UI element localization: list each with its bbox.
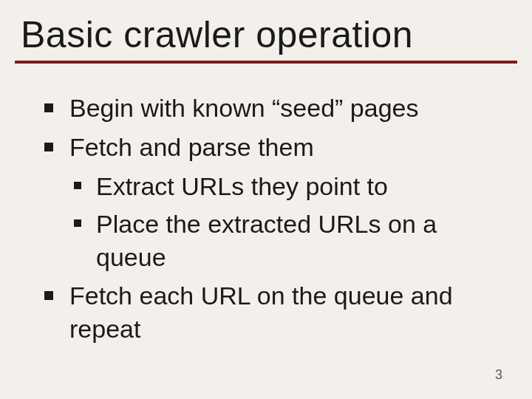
square-bullet-icon [74, 219, 81, 227]
bullet-text: Extract URLs they point to [96, 172, 388, 200]
square-bullet-icon [44, 103, 53, 112]
slide-body: Begin with known “seed” pages Fetch and … [0, 64, 532, 346]
bullet-level1: Fetch and parse them [44, 131, 502, 164]
bullet-level2: Place the extracted URLs on a queue [74, 208, 502, 274]
bullet-text: Begin with known “seed” pages [69, 94, 419, 122]
square-bullet-icon [74, 182, 81, 189]
slide: Basic crawler operation Begin with known… [0, 0, 532, 399]
bullet-text: Place the extracted URLs on a queue [96, 210, 437, 271]
bullet-text: Fetch and parse them [69, 133, 314, 161]
bullet-level2: Extract URLs they point to [74, 170, 502, 203]
square-bullet-icon [44, 291, 53, 300]
page-number: 3 [495, 367, 502, 383]
slide-title: Basic crawler operation [0, 0, 532, 61]
square-bullet-icon [44, 143, 53, 151]
bullet-text: Fetch each URL on the queue and repeat [69, 282, 453, 343]
bullet-level1: Begin with known “seed” pages [44, 92, 502, 125]
bullet-level1: Fetch each URL on the queue and repeat [44, 279, 502, 346]
